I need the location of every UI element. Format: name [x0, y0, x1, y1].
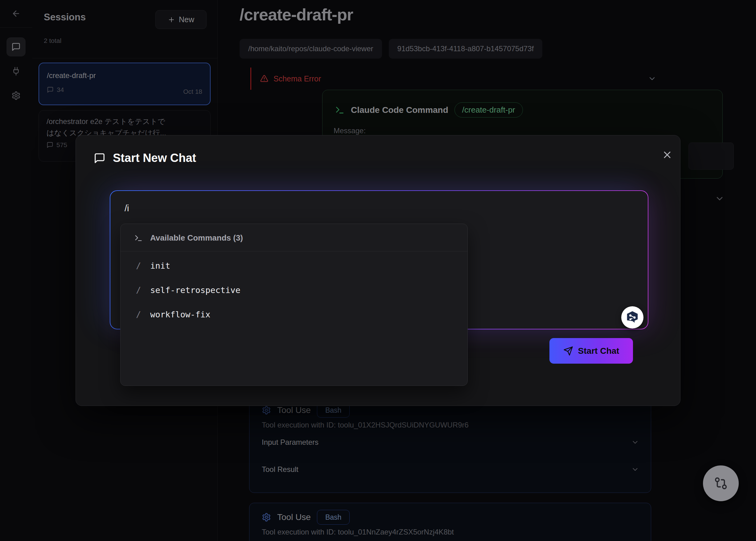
close-button[interactable] [658, 146, 676, 164]
app-root: Sessions New 2 total /create-draft-pr 34… [0, 0, 756, 541]
extension-logo-button[interactable] [621, 306, 643, 328]
command-name: init [150, 261, 170, 270]
message-input-value: /i [125, 203, 129, 214]
command-item-self-retrospective[interactable]: / self-retrospective [121, 277, 467, 302]
command-item-workflow-fix[interactable]: / workflow-fix [121, 302, 467, 327]
command-prefix: / [136, 261, 141, 270]
dev-tools-fab[interactable] [703, 465, 739, 501]
commands-header: Available Commands (3) [150, 233, 243, 243]
command-prefix: / [136, 285, 141, 295]
message-square-icon [94, 152, 106, 164]
commands-dropdown: Available Commands (3) / init / self-ret… [120, 224, 468, 386]
terminal-icon [134, 234, 143, 243]
close-icon [662, 149, 673, 160]
command-item-init[interactable]: / init [121, 253, 467, 278]
modal-title: Start New Chat [113, 152, 196, 165]
share-bubble-logo-icon [625, 310, 639, 324]
start-chat-label: Start Chat [578, 346, 619, 356]
command-prefix: / [136, 310, 141, 319]
git-compare-icon [714, 476, 728, 490]
start-new-chat-modal: Start New Chat /i Available Commands (3)… [76, 135, 680, 406]
start-chat-button[interactable]: Start Chat [550, 338, 633, 364]
send-icon [563, 346, 573, 356]
command-name: self-retrospective [150, 285, 240, 295]
command-name: workflow-fix [150, 310, 210, 319]
dropdown-divider [121, 251, 467, 252]
